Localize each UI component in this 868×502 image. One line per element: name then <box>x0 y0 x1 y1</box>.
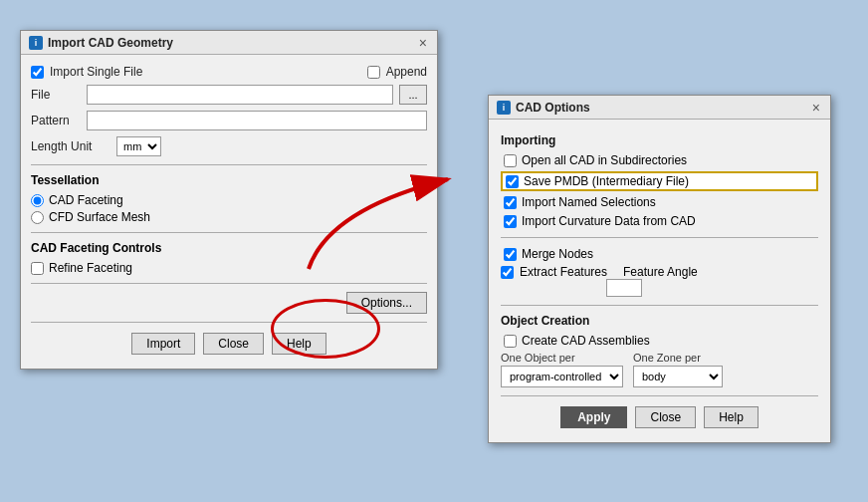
close-button[interactable]: Close <box>203 333 264 355</box>
append-label: Append <box>386 65 427 79</box>
open-all-cad-checkbox[interactable] <box>504 154 517 167</box>
one-object-per-dropdown[interactable]: program-controlled body part <box>501 366 623 387</box>
one-zone-per-dropdown[interactable]: body part face <box>633 366 723 387</box>
file-label: File <box>31 88 81 102</box>
pattern-input[interactable] <box>87 111 427 130</box>
extract-features-checkbox[interactable] <box>501 266 514 279</box>
extract-features-label: Extract Features <box>520 265 607 279</box>
import-single-file-label: Import Single File <box>50 65 142 79</box>
apply-button[interactable]: Apply <box>560 406 627 428</box>
cad-options-help-button[interactable]: Help <box>704 406 759 428</box>
create-cad-assemblies-label: Create CAD Assemblies <box>522 334 650 348</box>
one-zone-per-label: One Zone per <box>633 352 723 364</box>
save-pmdb-checkbox[interactable] <box>506 175 519 188</box>
import-dialog-titlebar: i Import CAD Geometry × <box>21 31 437 55</box>
cfd-surface-mesh-label: CFD Surface Mesh <box>49 210 150 224</box>
object-creation-heading: Object Creation <box>501 314 818 328</box>
pattern-label: Pattern <box>31 114 81 127</box>
length-unit-dropdown[interactable]: mm m cm in <box>116 136 161 156</box>
import-curvature-label: Import Curvature Data from CAD <box>522 214 696 228</box>
append-checkbox[interactable] <box>367 66 380 79</box>
one-object-per-label: One Object per <box>501 352 623 364</box>
length-unit-label: Length Unit <box>31 139 110 153</box>
cad-options-dialog: i CAD Options × Importing Open all CAD i… <box>488 95 831 443</box>
tessellation-label: Tessellation <box>31 173 427 187</box>
merge-nodes-checkbox[interactable] <box>504 248 517 261</box>
import-dialog-icon: i <box>29 36 43 50</box>
importing-heading: Importing <box>501 133 818 147</box>
import-curvature-checkbox[interactable] <box>504 215 517 228</box>
import-cad-dialog: i Import CAD Geometry × Import Single Fi… <box>20 30 438 370</box>
merge-nodes-label: Merge Nodes <box>522 247 593 261</box>
save-pmdb-row: Save PMDB (Intermediary File) <box>501 171 818 191</box>
import-single-file-checkbox[interactable] <box>31 66 44 79</box>
open-all-cad-label: Open all CAD in Subdirectories <box>522 153 687 167</box>
import-named-checkbox[interactable] <box>504 196 517 209</box>
import-dialog-title: Import CAD Geometry <box>48 36 173 50</box>
cad-faceting-label: CAD Faceting <box>49 193 123 207</box>
browse-button[interactable]: ... <box>399 85 427 105</box>
cad-faceting-controls-label: CAD Faceting Controls <box>31 241 427 255</box>
create-cad-assemblies-checkbox[interactable] <box>504 335 517 348</box>
import-button[interactable]: Import <box>131 333 195 355</box>
options-button[interactable]: Options... <box>346 292 427 314</box>
refine-faceting-checkbox[interactable] <box>31 262 44 275</box>
file-input[interactable] <box>87 85 393 105</box>
import-dialog-close-btn[interactable]: × <box>417 36 429 50</box>
cfd-surface-mesh-radio[interactable] <box>31 211 44 224</box>
feature-angle-input[interactable]: 40 <box>606 279 642 297</box>
import-named-label: Import Named Selections <box>522 195 656 209</box>
cad-options-titlebar: i CAD Options × <box>489 96 830 120</box>
cad-faceting-radio[interactable] <box>31 194 44 207</box>
cad-options-title: CAD Options <box>516 101 590 115</box>
help-button[interactable]: Help <box>272 333 326 355</box>
save-pmdb-label: Save PMDB (Intermediary File) <box>524 174 689 188</box>
cad-options-icon: i <box>497 101 511 115</box>
cad-options-close-button[interactable]: Close <box>635 406 696 428</box>
refine-faceting-label: Refine Faceting <box>49 261 132 275</box>
feature-angle-label: Feature Angle <box>623 265 698 279</box>
cad-options-close-btn[interactable]: × <box>810 101 822 115</box>
